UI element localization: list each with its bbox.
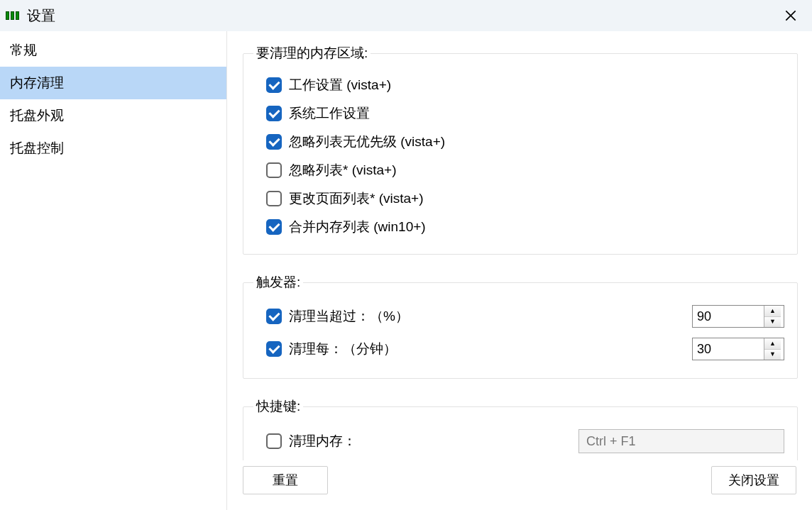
label-clean-when-over: 清理当超过：（%） (289, 307, 692, 326)
close-settings-button[interactable]: 关闭设置 (711, 466, 796, 494)
checkbox-clean-when-over[interactable] (266, 309, 282, 324)
minutes-down[interactable]: ▼ (764, 350, 781, 360)
sidebar-item-1[interactable]: 内存清理 (0, 67, 226, 99)
close-icon (784, 9, 798, 23)
checkbox-clean-every[interactable] (266, 341, 282, 357)
area-row-5: 合并内存列表 (win10+) (263, 213, 787, 241)
sidebar: 常规内存清理托盘外观托盘控制 (0, 31, 227, 510)
label-hotkey-clean: 清理内存： (289, 432, 578, 450)
group-legend-areas: 要清理的内存区域: (253, 44, 371, 62)
footer: 重置 关闭设置 (227, 460, 812, 510)
app-icon (6, 11, 20, 21)
titlebar: 设置 (0, 0, 812, 31)
area-row-3: 忽略列表* (vista+) (263, 156, 787, 184)
minutes-up[interactable]: ▲ (764, 338, 781, 350)
sidebar-item-2[interactable]: 托盘外观 (0, 99, 226, 132)
input-hotkey[interactable] (578, 429, 784, 453)
area-row-1: 系统工作设置 (263, 99, 787, 128)
main-panel: 要清理的内存区域: 工作设置 (vista+)系统工作设置忽略列表无优先级 (v… (227, 31, 812, 510)
area-label-3: 忽略列表* (vista+) (289, 161, 397, 179)
spinner-minutes[interactable]: ▲ ▼ (692, 338, 784, 360)
group-legend-hotkey: 快捷键: (253, 397, 303, 416)
label-clean-every: 清理每：（分钟） (289, 340, 692, 358)
area-label-0: 工作设置 (vista+) (289, 76, 391, 94)
area-label-5: 合并内存列表 (win10+) (289, 218, 426, 236)
area-checkbox-3[interactable] (266, 162, 282, 178)
area-checkbox-4[interactable] (266, 191, 282, 206)
area-label-4: 更改页面列表* (vista+) (289, 189, 424, 208)
checkbox-hotkey-clean[interactable] (266, 433, 282, 449)
group-legend-triggers: 触发器: (253, 273, 303, 292)
percent-down[interactable]: ▼ (764, 317, 781, 328)
area-label-1: 系统工作设置 (289, 104, 370, 123)
area-checkbox-2[interactable] (266, 134, 282, 150)
area-row-0: 工作设置 (vista+) (263, 71, 787, 99)
area-row-2: 忽略列表无优先级 (vista+) (263, 128, 787, 156)
window-title: 设置 (27, 6, 55, 26)
close-window-button[interactable] (774, 1, 808, 30)
group-hotkey: 快捷键: 清理内存： (243, 397, 798, 460)
group-memory-areas: 要清理的内存区域: 工作设置 (vista+)系统工作设置忽略列表无优先级 (v… (243, 44, 798, 255)
area-checkbox-0[interactable] (266, 77, 282, 93)
area-checkbox-5[interactable] (266, 219, 282, 235)
sidebar-item-0[interactable]: 常规 (0, 34, 226, 67)
group-triggers: 触发器: 清理当超过：（%） ▲ ▼ 清理每：（分钟） (243, 273, 798, 379)
area-row-4: 更改页面列表* (vista+) (263, 184, 787, 213)
percent-up[interactable]: ▲ (764, 306, 781, 317)
reset-button[interactable]: 重置 (243, 466, 328, 494)
sidebar-item-3[interactable]: 托盘控制 (0, 132, 226, 165)
input-minutes[interactable] (693, 338, 764, 360)
spinner-percent[interactable]: ▲ ▼ (692, 305, 784, 328)
area-label-2: 忽略列表无优先级 (vista+) (289, 133, 445, 151)
input-percent[interactable] (693, 306, 764, 327)
area-checkbox-1[interactable] (266, 106, 282, 121)
